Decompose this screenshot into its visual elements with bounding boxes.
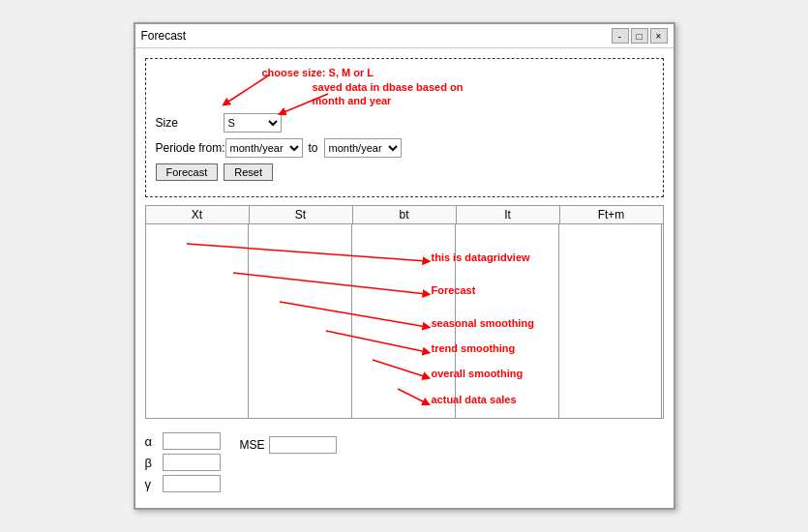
buttons-row: Forecast Reset — [156, 163, 653, 181]
mse-input[interactable] — [269, 436, 337, 454]
greek-inputs: α β γ — [145, 432, 221, 492]
size-select[interactable]: S M L — [224, 113, 282, 133]
gamma-row: γ — [145, 475, 221, 492]
col-header-bt: bt — [353, 206, 457, 223]
alpha-row: α — [145, 432, 221, 450]
reset-button[interactable]: Reset — [224, 163, 273, 181]
grid-col-xt — [146, 224, 250, 418]
top-section: choose size: S, M or L saved data in dba… — [145, 58, 664, 197]
minimize-button[interactable]: - — [612, 28, 629, 44]
beta-input[interactable] — [163, 454, 221, 471]
close-button[interactable]: × — [650, 28, 668, 44]
window-title: Forecast — [141, 29, 187, 43]
mse-label: MSE — [240, 438, 265, 452]
gamma-input[interactable] — [163, 475, 221, 492]
col-header-st: St — [250, 206, 353, 223]
to-label: to — [309, 141, 318, 155]
mse-row: MSE — [240, 436, 337, 454]
grid-col-ftm — [559, 224, 663, 418]
forecast-button[interactable]: Forecast — [156, 163, 219, 181]
alpha-input[interactable] — [163, 432, 221, 450]
bottom-section: α β γ MSE — [145, 427, 664, 498]
size-row: Size S M L — [156, 113, 653, 133]
col-header-ftm: Ft+m — [560, 206, 663, 223]
data-grid: Xt St bt It Ft+m — [145, 205, 664, 419]
period-label: Periode from: — [156, 141, 225, 155]
window-body: choose size: S, M or L saved data in dba… — [135, 48, 673, 508]
period-end-select[interactable]: month/year — [324, 138, 402, 158]
alpha-label: α — [145, 434, 159, 449]
window-controls: - □ × — [612, 28, 668, 44]
annotation-block: choose size: S, M or L saved data in dba… — [156, 67, 653, 111]
beta-row: β — [145, 454, 221, 471]
grid-col-bt — [352, 224, 456, 418]
grid-col-st — [249, 224, 352, 418]
grid-col-it — [456, 224, 559, 418]
grid-body: this is datagridview Forecast seasonal s… — [146, 224, 663, 418]
title-bar: Forecast - □ × — [135, 24, 673, 48]
col-header-xt: Xt — [146, 206, 250, 223]
maximize-button[interactable]: □ — [631, 28, 648, 44]
main-window: Forecast - □ × — [134, 22, 675, 510]
svg-line-0 — [225, 74, 270, 103]
beta-label: β — [145, 456, 159, 470]
annotation-choose-size: choose size: S, M or L — [262, 67, 374, 78]
period-row: Periode from: month/year to month/year — [156, 138, 653, 158]
size-label: Size — [156, 116, 224, 130]
period-start-select[interactable]: month/year — [225, 138, 303, 158]
col-header-it: It — [457, 206, 560, 223]
grid-header: Xt St bt It Ft+m — [146, 206, 663, 224]
gamma-label: γ — [145, 477, 159, 491]
annotation-saved-data: saved data in dbase based on month and y… — [313, 80, 464, 107]
